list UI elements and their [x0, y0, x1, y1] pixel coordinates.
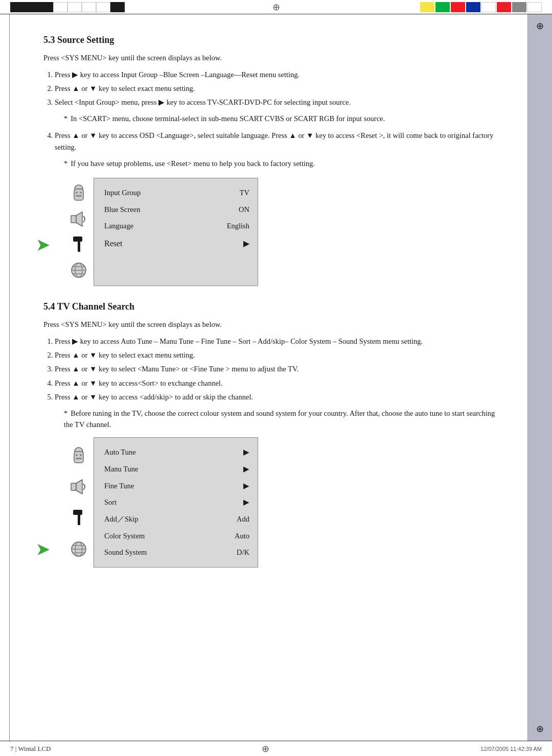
menu-row-54-5: Color System Auto	[104, 528, 249, 545]
main-content: 5.3 Source Setting Press <SYS MENU> key …	[15, 14, 526, 741]
color-block-yellow	[420, 2, 434, 12]
menu-label: Color System	[104, 530, 145, 542]
top-border: ⊕	[0, 0, 552, 14]
section-53-note1-list: In <SCART> menu, choose terminal-select …	[43, 113, 498, 125]
color-block-red	[451, 2, 465, 12]
svg-rect-5	[71, 216, 76, 223]
color-block-blue	[466, 2, 480, 12]
list-item: Press ▲ or ▼ key to select <Manu Tune> o…	[55, 363, 498, 375]
menu-label: Blue Screen	[104, 203, 140, 216]
menu-icons-col-54: ➤	[64, 437, 94, 567]
menu-box-54: Auto Tune ▶ Manu Tune ▶ Fine Tune ▶ Sort…	[94, 437, 258, 567]
menu-row-2: Language English	[104, 218, 249, 234]
right-sidebar: ⊕ ⊕	[527, 14, 552, 741]
list-item: Press ▲ or ▼ key to select exact menu se…	[55, 83, 498, 94]
bottom-border: 7 | Wintal LCD ⊕ 12/07/2005 11:42:39 AM	[0, 741, 552, 756]
svg-point-17	[80, 454, 82, 456]
menu-row-54-6: Sound System D/K	[104, 544, 249, 561]
menu-value: ON	[239, 203, 249, 216]
list-item: Press ▶ key to access Input Group –Blue …	[55, 69, 498, 81]
section-53-list: Press ▶ key to access Input Group –Blue …	[55, 69, 498, 109]
top-block-1	[10, 2, 25, 12]
menu-label: Auto Tune	[104, 446, 136, 459]
svg-point-2	[76, 192, 78, 194]
menu-value: English	[227, 220, 249, 232]
globe-icon-2: ➤	[68, 538, 89, 560]
menu-label: Reset	[104, 237, 123, 250]
page-number: 7 | Wintal LCD	[10, 745, 51, 753]
right-sidebar-dot-top: ⊕	[536, 20, 544, 32]
svg-marker-20	[76, 480, 82, 494]
color-block-gray	[512, 2, 526, 12]
section-54-list: Press ▶ key to access Auto Tune – Manu T…	[55, 336, 498, 403]
menu-row-54-3: Sort ▶	[104, 494, 249, 511]
menu-value: TV	[240, 186, 249, 199]
section-53-note2-list: If you have setup problems, use <Reset> …	[43, 158, 498, 170]
menu-value: ▶	[243, 463, 249, 476]
svg-point-3	[80, 192, 82, 194]
list-item: Press ▶ key to access Auto Tune – Manu T…	[55, 336, 498, 347]
menu-label: Input Group	[104, 186, 141, 199]
top-left-blocks	[10, 2, 125, 12]
color-block-green	[435, 2, 450, 12]
menu-row-1: Blue Screen ON	[104, 201, 249, 218]
svg-point-16	[76, 454, 78, 456]
svg-rect-22	[78, 513, 80, 525]
svg-rect-15	[74, 452, 83, 463]
top-block-4	[53, 2, 67, 12]
hammer-icon: ➤	[68, 234, 89, 255]
top-center-crosshair: ⊕	[272, 2, 280, 13]
globe-icon	[68, 259, 89, 281]
top-block-5	[67, 2, 82, 12]
hammer-icon-2	[68, 507, 89, 529]
menu-row-54-4: Add／Skip Add	[104, 511, 249, 528]
menu-label: Manu Tune	[104, 463, 138, 476]
menu-row-54-1: Manu Tune ▶	[104, 461, 249, 478]
svg-rect-8	[78, 240, 80, 252]
menu-icons-col-53: ➤	[64, 178, 94, 286]
menu-label: Add／Skip	[104, 513, 139, 526]
menu-row-0: Input Group TV	[104, 184, 249, 201]
top-right-blocks	[420, 2, 542, 12]
speaker-icon	[68, 208, 89, 230]
color-block-red2	[497, 2, 511, 12]
list-item: Select <Input Group> menu, press ▶ key t…	[55, 97, 498, 108]
color-block-white2	[527, 2, 542, 12]
menu-box-53: Input Group TV Blue Screen ON Language E…	[94, 178, 258, 286]
note-item-reset: If you have setup problems, use <Reset> …	[64, 158, 498, 170]
section-54-intro: Press <SYS MENU> key until the screen di…	[43, 319, 498, 330]
left-margin-line	[9, 14, 10, 741]
menu-value: ▶	[243, 496, 249, 509]
top-block-6	[82, 2, 96, 12]
top-block-3	[39, 2, 53, 12]
section-54-note-list: Before tuning in the TV, choose the corr…	[43, 408, 498, 431]
svg-marker-6	[76, 212, 82, 226]
svg-rect-4	[76, 195, 82, 197]
speaker-icon-2	[68, 476, 89, 498]
menu-row-3: Reset ▶	[104, 234, 249, 252]
menu-row-54-2: Fine Tune ▶	[104, 478, 249, 494]
top-block-2	[25, 2, 39, 12]
svg-rect-1	[74, 189, 83, 200]
bottom-center-crosshair: ⊕	[262, 743, 269, 754]
remote-icon-2	[68, 445, 89, 467]
section-53-heading: 5.3 Source Setting	[43, 35, 498, 45]
list-item: Press ▲ or ▼ key to access OSD <Language…	[55, 130, 498, 153]
menu-row-54-0: Auto Tune ▶	[104, 444, 249, 461]
note-item-tuning: Before tuning in the TV, choose the corr…	[64, 408, 498, 431]
menu-label: Language	[104, 220, 133, 232]
section-53-intro: Press <SYS MENU> key until the screen di…	[43, 53, 498, 64]
menu-value: ▶	[243, 446, 249, 459]
remote-icon	[68, 183, 89, 204]
right-sidebar-dot-bottom: ⊕	[536, 723, 544, 735]
list-item: Press ▲ or ▼ key to access <add/skip> to…	[55, 391, 498, 403]
top-block-8	[110, 2, 125, 12]
menu-label: Sort	[104, 496, 117, 509]
menu-label: Sound System	[104, 546, 147, 559]
menu-value: Add	[237, 513, 249, 526]
top-block-7	[96, 2, 110, 12]
section-53-list-cont: Press ▲ or ▼ key to access OSD <Language…	[55, 130, 498, 153]
menu-diagram-53: ➤ Input Group TV Blue Screen O	[64, 178, 258, 286]
list-item: Press ▲ or ▼ key to select exact menu se…	[55, 349, 498, 361]
list-item: Press ▲ or ▼ key to access<Sort> to exch…	[55, 377, 498, 389]
